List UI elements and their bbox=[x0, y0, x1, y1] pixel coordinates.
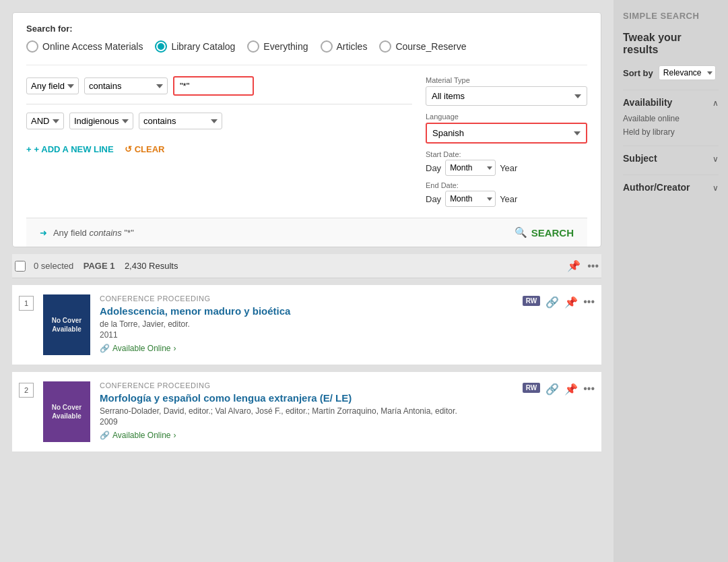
pin-btn-2[interactable]: 📌 bbox=[564, 383, 578, 396]
result-title-1[interactable]: Adolescencia, menor maduro y bioética bbox=[100, 305, 513, 317]
condition-select-2[interactable]: contains does not contain is bbox=[139, 113, 222, 129]
query-preview-row: ➜ Any field contains "*" 🔍 SEARCH bbox=[26, 218, 587, 247]
end-day-text: Day bbox=[426, 194, 441, 204]
page-number: PAGE 1 bbox=[84, 261, 115, 271]
result-type-2: CONFERENCE PROCEEDING bbox=[100, 381, 513, 389]
selected-count: 0 selected bbox=[34, 261, 73, 271]
material-type-wrapper: All items Book Article Journal bbox=[426, 86, 587, 106]
author-facet: Author/Creator bbox=[623, 175, 719, 204]
field-select-2[interactable]: Indigienous Any field Title bbox=[69, 113, 133, 129]
clear-button[interactable]: ↺ CLEAR bbox=[125, 144, 165, 154]
facet-available-online[interactable]: Available online bbox=[623, 112, 719, 125]
availability-facet-header[interactable]: Availability bbox=[623, 97, 719, 108]
author-chevron-icon bbox=[713, 182, 719, 193]
language-wrapper: Spanish English French German bbox=[426, 123, 587, 144]
radio-label-articles: Articles bbox=[337, 41, 368, 52]
start-day-text: Day bbox=[426, 163, 441, 173]
select-all-checkbox[interactable] bbox=[15, 261, 26, 272]
search-type-row: Online Access Materials Library Catalog … bbox=[26, 40, 587, 53]
end-month-select[interactable]: Month JanuaryFebruary bbox=[445, 191, 496, 207]
result-info-1: CONFERENCE PROCEEDING Adolescencia, meno… bbox=[100, 294, 513, 353]
end-date-row: Day Month JanuaryFebruary Year bbox=[426, 191, 587, 207]
start-date-label: Start Date: bbox=[426, 150, 587, 158]
sort-row: Sort by Relevance Date Author Title bbox=[623, 65, 719, 80]
rw-badge-2: RW bbox=[523, 383, 540, 393]
radio-circle-everything bbox=[247, 40, 259, 53]
pin-icon-button[interactable]: 📌 bbox=[567, 259, 581, 272]
search-for-label: Search for: bbox=[26, 24, 587, 34]
cover-image-2: No Cover Available bbox=[43, 381, 90, 442]
more-options-button[interactable]: ••• bbox=[587, 260, 599, 272]
query-field: Any field bbox=[53, 228, 87, 238]
radio-library[interactable]: Library Catalog bbox=[155, 40, 235, 53]
radio-online[interactable]: Online Access Materials bbox=[26, 40, 143, 53]
cover-image-1: No Cover Available bbox=[43, 294, 90, 355]
author-facet-header[interactable]: Author/Creator bbox=[623, 182, 719, 193]
subject-facet-header[interactable]: Subject bbox=[623, 153, 719, 164]
query-value: "*" bbox=[124, 228, 133, 238]
rw-badge-1: RW bbox=[523, 296, 540, 306]
result-actions-2: RW 🔗 📌 ••• bbox=[523, 381, 595, 396]
search-button[interactable]: 🔍 SEARCH bbox=[515, 226, 574, 239]
sort-by-label: Sort by bbox=[623, 68, 653, 78]
chevron-right-1: › bbox=[174, 344, 176, 353]
cover-text-1: No Cover Available bbox=[43, 316, 90, 334]
result-author-1: de la Torre, Javier, editor. bbox=[100, 319, 513, 329]
start-date-row: Day Month JanuaryFebruary Year bbox=[426, 160, 587, 176]
actions-row: + + ADD A NEW LINE ↺ CLEAR bbox=[26, 137, 412, 165]
language-label: Language bbox=[426, 113, 587, 121]
language-select[interactable]: Spanish English French German bbox=[427, 124, 586, 142]
radio-course[interactable]: Course_Reserve bbox=[379, 40, 466, 53]
right-panel: SIMPLE SEARCH Tweak your results Sort by… bbox=[614, 0, 728, 562]
results-header: 0 selected PAGE 1 2,430 Results 📌 ••• bbox=[12, 254, 601, 278]
facet-held-by-library[interactable]: Held by library bbox=[623, 125, 719, 139]
results-actions: 📌 ••• bbox=[567, 259, 599, 272]
subject-chevron-icon bbox=[713, 153, 719, 164]
query-arrow-icon: ➜ bbox=[40, 228, 47, 238]
result-info-2: CONFERENCE PROCEEDING Morfología y españ… bbox=[100, 381, 513, 440]
availability-facet-title: Availability bbox=[623, 97, 672, 108]
material-type-label: Material Type bbox=[426, 76, 587, 84]
chevron-right-2: › bbox=[174, 431, 176, 440]
link-icon-2: 🔗 bbox=[100, 431, 110, 440]
refresh-icon: ↺ bbox=[125, 144, 132, 154]
plus-icon: + bbox=[26, 144, 32, 154]
cover-text-2: No Cover Available bbox=[43, 403, 90, 420]
link-btn-2[interactable]: 🔗 bbox=[545, 383, 559, 396]
radio-circle-online bbox=[26, 40, 38, 53]
available-link-2[interactable]: 🔗 Available Online › bbox=[100, 431, 513, 440]
author-facet-title: Author/Creator bbox=[623, 182, 690, 193]
radio-circle-articles bbox=[321, 40, 333, 53]
more-btn-2[interactable]: ••• bbox=[583, 383, 595, 395]
condition-select-1[interactable]: contains does not contain is bbox=[84, 77, 168, 94]
sort-select[interactable]: Relevance Date Author Title bbox=[659, 65, 716, 80]
radio-label-library: Library Catalog bbox=[171, 41, 235, 52]
right-filters: Material Type All items Book Article Jou… bbox=[426, 76, 587, 212]
result-year-1: 2011 bbox=[100, 330, 513, 340]
result-number-1: 1 bbox=[19, 296, 34, 311]
query-condition: contains bbox=[89, 228, 124, 238]
link-btn-1[interactable]: 🔗 bbox=[545, 296, 559, 309]
query-preview-text: ➜ Any field contains "*" bbox=[40, 228, 134, 238]
result-title-2[interactable]: Morfología y español como lengua extranj… bbox=[100, 392, 513, 404]
subject-facet: Subject bbox=[623, 146, 719, 175]
start-month-select[interactable]: Month JanuaryFebruary bbox=[445, 160, 496, 176]
radio-articles[interactable]: Articles bbox=[321, 40, 368, 53]
result-type-1: CONFERENCE PROCEEDING bbox=[100, 294, 513, 303]
material-type-select[interactable]: All items Book Article Journal bbox=[426, 86, 587, 106]
radio-everything[interactable]: Everything bbox=[247, 40, 308, 53]
end-year-text: Year bbox=[500, 194, 517, 204]
search-row-1: Any field Title Author Subject contains … bbox=[26, 76, 412, 96]
field-select-1[interactable]: Any field Title Author Subject bbox=[26, 77, 79, 94]
add-line-button[interactable]: + + ADD A NEW LINE bbox=[26, 144, 114, 154]
more-btn-1[interactable]: ••• bbox=[583, 296, 595, 308]
available-link-1[interactable]: 🔗 Available Online › bbox=[100, 344, 513, 353]
pin-btn-1[interactable]: 📌 bbox=[564, 296, 578, 309]
subject-facet-title: Subject bbox=[623, 153, 657, 164]
result-author-2: Serrano-Dolader, David, editor.; Val Alv… bbox=[100, 406, 513, 416]
availability-facet: Availability Available online Held by li… bbox=[623, 90, 719, 146]
end-date-label: End Date: bbox=[426, 181, 587, 189]
search-input-1[interactable] bbox=[173, 76, 254, 96]
boolean-select[interactable]: AND OR NOT bbox=[26, 113, 64, 129]
field-divider bbox=[26, 104, 412, 104]
